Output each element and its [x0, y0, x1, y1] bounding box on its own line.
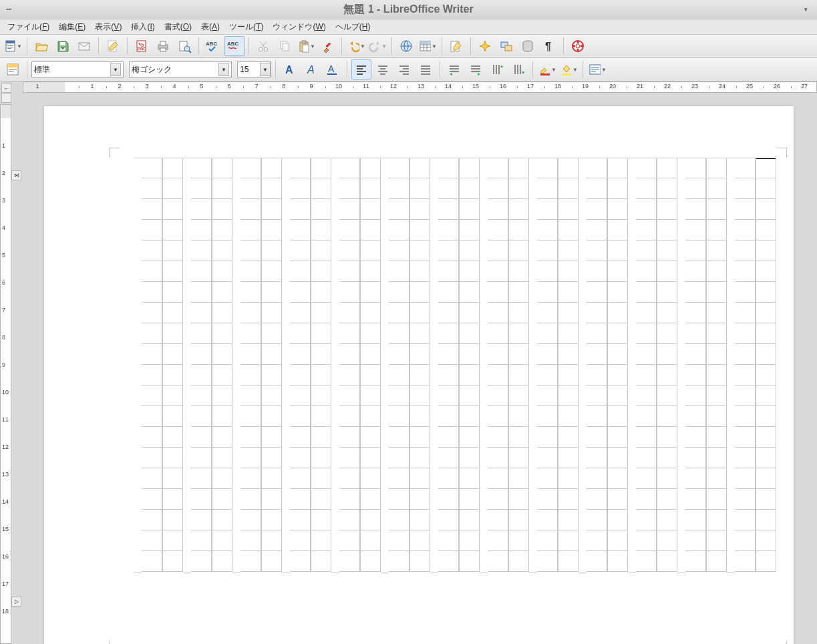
underline-button[interactable]: A: [323, 59, 343, 79]
insert-table-button[interactable]: ▼: [418, 36, 438, 56]
text-ttb-button[interactable]: [487, 59, 507, 79]
italic-button[interactable]: A: [301, 59, 321, 79]
genko-cell: [537, 489, 558, 510]
spellcheck-button[interactable]: ABC: [203, 36, 223, 56]
menu-format[interactable]: 書式(O): [160, 19, 196, 34]
genko-cell: [488, 406, 508, 427]
styles-panel-icon: [5, 62, 20, 77]
genko-cell: [410, 551, 430, 572]
window-menu-button[interactable]: ▾: [801, 5, 810, 14]
dropdown-arrow-icon: ▼: [601, 67, 607, 73]
genko-cell: [261, 448, 282, 468]
nonprinting-chars-button[interactable]: ¶: [539, 36, 559, 56]
font-size-combo[interactable]: 15 ▼: [237, 61, 271, 77]
open-button[interactable]: [31, 36, 51, 56]
auto-spellcheck-button[interactable]: ABC: [224, 36, 244, 56]
hyperlink-button[interactable]: [396, 36, 416, 56]
svg-rect-11: [158, 45, 168, 49]
gallery-button[interactable]: [496, 36, 516, 56]
genko-cell: [311, 323, 331, 344]
show-draw-functions-button[interactable]: [446, 36, 466, 56]
ruler-marker-bottom[interactable]: ▷: [11, 597, 21, 607]
dropdown-button[interactable]: ▼: [110, 63, 121, 76]
genko-cell: [706, 427, 727, 448]
text-ltr-button[interactable]: [444, 59, 464, 79]
menu-insert[interactable]: 挿入(I): [126, 19, 159, 34]
menu-file[interactable]: ファイル(F): [3, 19, 54, 34]
genko-cell: [488, 240, 508, 261]
document-viewport[interactable]: [20, 93, 817, 644]
menu-help[interactable]: ヘルプ(H): [331, 19, 375, 34]
genko-cell: [459, 178, 480, 199]
copy-button[interactable]: [275, 36, 295, 56]
genko-cell: [212, 406, 232, 427]
rtl-icon: [468, 62, 483, 77]
genko-cell: [685, 489, 706, 510]
svg-rect-0: [6, 41, 15, 51]
genko-cell: [657, 344, 677, 365]
menu-tools[interactable]: ツール(T): [224, 19, 268, 34]
genko-cell: [191, 240, 212, 261]
paragraph-style-value: 標準: [34, 64, 108, 75]
genko-cell: [142, 530, 162, 551]
genko-cell: [756, 468, 776, 489]
menu-table[interactable]: 表(A): [196, 19, 224, 34]
email-button[interactable]: [74, 36, 94, 56]
export-pdf-button[interactable]: PDF: [132, 36, 152, 56]
dropdown-button[interactable]: ▼: [260, 63, 271, 76]
undo-button[interactable]: ▼: [346, 36, 366, 56]
navigator-button[interactable]: [475, 36, 495, 56]
print-preview-button[interactable]: [174, 36, 194, 56]
format-paintbrush-button[interactable]: [317, 36, 337, 56]
redo-button[interactable]: ▼: [367, 36, 387, 56]
paragraph-styles-button[interactable]: [3, 59, 23, 79]
align-center-button[interactable]: [373, 59, 393, 79]
genko-cell: [410, 510, 430, 530]
save-button[interactable]: [53, 36, 73, 56]
genko-cell: [142, 158, 162, 178]
cut-button[interactable]: [253, 36, 273, 56]
data-sources-button[interactable]: [518, 36, 538, 56]
genko-cell: [290, 158, 311, 178]
paragraph-style-combo[interactable]: 標準 ▼: [31, 61, 124, 77]
bold-button[interactable]: A: [280, 59, 300, 79]
genko-cell: [488, 282, 508, 303]
genko-cell: [587, 323, 607, 344]
print-button[interactable]: [153, 36, 173, 56]
paste-button[interactable]: ▼: [296, 36, 316, 56]
genko-cell: [191, 344, 212, 365]
text-rtl-button[interactable]: [466, 59, 486, 79]
edit-file-button[interactable]: [103, 36, 123, 56]
ruler-marker-top[interactable]: ⋈: [11, 170, 21, 180]
genko-cell: [261, 406, 282, 427]
genko-cell: [339, 448, 360, 468]
genko-cell: [360, 468, 381, 489]
minimize-button[interactable]: −: [4, 5, 13, 14]
align-left-button[interactable]: [351, 59, 371, 79]
text-btt-button[interactable]: [508, 59, 528, 79]
help-button[interactable]: [568, 36, 588, 56]
ruler-tick: 13: [2, 471, 9, 478]
genko-cell: [607, 282, 628, 303]
highlight-color-button[interactable]: ▼: [537, 59, 557, 79]
genko-cell: [587, 220, 607, 240]
window-title: 無題 1 - LibreOffice Writer: [343, 3, 473, 17]
background-color-button[interactable]: ▼: [558, 59, 579, 79]
genko-cell: [339, 489, 360, 510]
genko-cell: [212, 158, 232, 178]
align-right-button[interactable]: [394, 59, 414, 79]
genko-cell: [360, 365, 381, 385]
genko-cell: [311, 282, 331, 303]
menu-window[interactable]: ウィンドウ(W): [268, 19, 330, 34]
paragraph-dialog-button[interactable]: ▼: [587, 59, 607, 79]
menu-view[interactable]: 表示(V): [90, 19, 126, 34]
menu-edit[interactable]: 編集(E): [54, 19, 90, 34]
svg-rect-21: [281, 41, 287, 49]
horizontal-ruler[interactable]: 1123456789101112131415161718192021222324…: [23, 82, 817, 93]
tab-stop-selector[interactable]: ⌐: [1, 83, 11, 93]
new-document-button[interactable]: ▼: [3, 36, 23, 56]
align-justify-button[interactable]: [416, 59, 436, 79]
document-page[interactable]: [44, 106, 794, 644]
font-name-combo[interactable]: 梅ゴシック ▼: [129, 61, 232, 77]
dropdown-button[interactable]: ▼: [218, 63, 229, 76]
